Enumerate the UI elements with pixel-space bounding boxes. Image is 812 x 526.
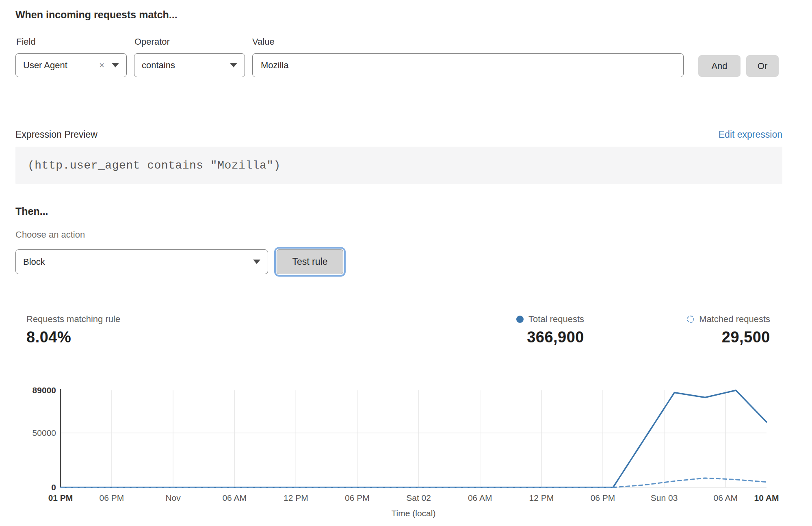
action-select[interactable]: Block [15,249,268,274]
matched-requests-stat: Matched requests 29,500 [687,314,770,346]
svg-text:10 AM: 10 AM [754,493,779,502]
matched-requests-dashed-circle-icon [687,316,694,323]
svg-text:Time (local): Time (local) [392,509,436,518]
svg-text:06 PM: 06 PM [100,493,124,502]
svg-text:06 AM: 06 AM [468,493,492,502]
and-button[interactable]: And [698,55,741,77]
total-requests-label: Total requests [528,314,584,325]
requests-chart: 0500008900001 PM06 PMNov06 AM12 PM06 PMS… [0,378,812,526]
or-button[interactable]: Or [746,55,779,77]
chevron-down-icon [253,260,260,264]
page-title: When incoming requests match... [15,9,178,21]
field-select[interactable]: User Agent × [15,53,127,77]
svg-text:06 PM: 06 PM [591,493,615,502]
expression-preview-label: Expression Preview [15,129,97,140]
requests-matching-stat: Requests matching rule 8.04% [26,314,120,346]
chevron-down-icon [230,63,237,67]
svg-text:Nov: Nov [165,493,181,502]
total-requests-stat: Total requests 366,900 [516,314,584,346]
svg-text:89000: 89000 [32,385,56,395]
action-select-value: Block [23,257,45,267]
requests-matching-value: 8.04% [26,329,120,346]
field-label: Field [16,37,36,47]
svg-text:06 AM: 06 AM [713,493,738,502]
then-heading: Then... [15,206,48,217]
requests-chart-svg: 0500008900001 PM06 PMNov06 AM12 PM06 PMS… [0,378,812,526]
field-select-value: User Agent [23,60,67,71]
svg-text:12 PM: 12 PM [284,493,308,502]
firewall-rule-panel: When incoming requests match... Field Op… [0,0,812,526]
test-rule-button[interactable]: Test rule [277,249,343,274]
edit-expression-link[interactable]: Edit expression [719,129,782,140]
value-input[interactable] [252,53,684,77]
expression-code: (http.user_agent contains "Mozilla") [15,159,281,172]
expression-code-block: (http.user_agent contains "Mozilla") [15,147,782,184]
value-label: Value [252,37,275,47]
svg-text:12 PM: 12 PM [529,493,554,502]
choose-action-label: Choose an action [15,229,85,240]
svg-text:50000: 50000 [32,428,56,437]
total-requests-value: 366,900 [527,329,584,346]
svg-text:01 PM: 01 PM [48,493,73,502]
clear-icon[interactable]: × [99,60,104,71]
svg-text:0: 0 [51,483,56,492]
requests-matching-label: Requests matching rule [26,314,120,325]
matched-requests-value: 29,500 [722,329,770,346]
operator-label: Operator [134,37,170,47]
svg-text:Sun 03: Sun 03 [651,493,678,502]
svg-text:06 PM: 06 PM [345,493,370,502]
operator-select-value: contains [142,60,175,71]
matched-requests-label: Matched requests [699,314,770,325]
operator-select[interactable]: contains [134,53,245,77]
chevron-down-icon [112,63,119,67]
total-requests-dot-icon [516,316,524,323]
svg-text:06 AM: 06 AM [222,493,247,502]
svg-text:Sat 02: Sat 02 [406,493,431,502]
